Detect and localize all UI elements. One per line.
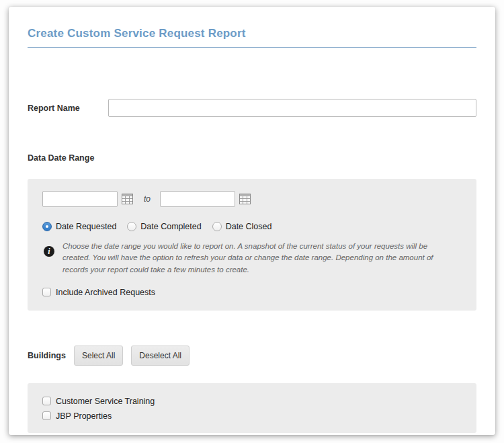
checkbox-icon	[42, 411, 51, 420]
checkbox-icon	[42, 288, 51, 296]
title-divider	[28, 47, 476, 48]
date-range-section-label: Data Date Range	[28, 153, 476, 163]
buildings-section-label: Buildings	[28, 351, 66, 360]
calendar-from-icon[interactable]	[122, 194, 133, 204]
radio-label: Date Completed	[140, 222, 201, 231]
report-name-row: Report Name	[28, 99, 476, 117]
date-range-panel: to Date Requested Date Completed Date Cl…	[28, 179, 476, 311]
report-name-input[interactable]	[108, 99, 476, 117]
checkbox-label: JBP Properties	[56, 411, 112, 421]
page-title: Create Custom Service Request Report	[28, 27, 476, 40]
building-checkbox-row[interactable]: JBP Properties	[42, 411, 462, 421]
to-label: to	[144, 194, 151, 204]
select-all-button[interactable]: Select All	[74, 346, 123, 366]
info-text: Choose the date range you would like to …	[62, 241, 452, 276]
radio-label: Date Requested	[56, 222, 116, 231]
checkbox-icon	[42, 397, 51, 405]
date-range-info: i Choose the date range you would like t…	[42, 241, 462, 276]
radio-date-completed[interactable]: Date Completed	[127, 222, 201, 231]
checkbox-label: Include Archived Requests	[56, 288, 155, 297]
deselect-all-button[interactable]: Deselect All	[131, 346, 190, 366]
radio-icon	[42, 222, 52, 231]
date-type-radio-group: Date Requested Date Completed Date Close…	[42, 222, 462, 231]
report-name-label: Report Name	[28, 104, 108, 113]
radio-label: Date Closed	[226, 222, 272, 231]
calendar-to-icon[interactable]	[239, 194, 251, 204]
include-archived-checkbox-row[interactable]: Include Archived Requests	[42, 288, 462, 297]
buildings-panel: Customer Service Training JBP Properties	[28, 383, 476, 433]
radio-date-closed[interactable]: Date Closed	[212, 222, 272, 231]
report-form-card: Create Custom Service Request Report Rep…	[9, 7, 495, 435]
building-checkbox-row[interactable]: Customer Service Training	[42, 397, 462, 406]
info-icon: i	[44, 246, 54, 257]
radio-date-requested[interactable]: Date Requested	[42, 222, 116, 231]
date-from-input[interactable]	[42, 191, 118, 207]
date-inputs-row: to	[42, 191, 462, 207]
buildings-header-row: Buildings Select All Deselect All	[28, 346, 476, 366]
radio-icon	[212, 222, 222, 231]
date-to-input[interactable]	[160, 191, 235, 207]
checkbox-label: Customer Service Training	[56, 397, 155, 406]
radio-icon	[127, 222, 136, 231]
